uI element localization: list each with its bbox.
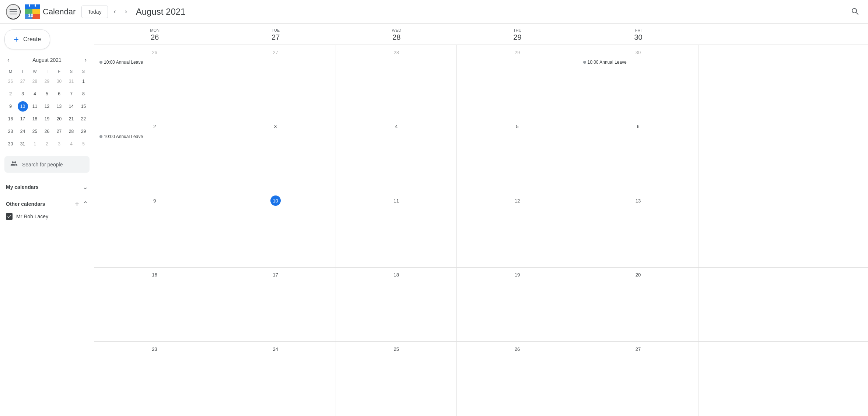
cal-cell[interactable]: 10 bbox=[215, 193, 336, 267]
cal-cell[interactable]: 24 bbox=[215, 342, 336, 416]
cell-date[interactable]: 27 bbox=[270, 47, 281, 57]
mini-cal-cell[interactable]: 4 bbox=[29, 88, 41, 100]
cell-date[interactable]: 17 bbox=[270, 270, 281, 280]
search-people[interactable]: Search for people bbox=[4, 156, 90, 173]
cell-date[interactable]: 2 bbox=[150, 121, 160, 132]
cal-cell[interactable]: 25 bbox=[336, 342, 457, 416]
today-button[interactable]: Today bbox=[81, 6, 108, 18]
cell-date[interactable]: 28 bbox=[391, 47, 402, 57]
create-button[interactable]: + Create bbox=[4, 29, 50, 49]
cal-cell[interactable]: 23 bbox=[94, 342, 215, 416]
mini-cal-cell[interactable]: 5 bbox=[41, 88, 53, 100]
cell-date[interactable]: 13 bbox=[633, 195, 643, 206]
cal-cell[interactable]: 27 bbox=[578, 342, 699, 416]
cal-cell[interactable] bbox=[699, 268, 784, 342]
cal-cell[interactable]: 16 bbox=[94, 268, 215, 342]
mini-cal-cell[interactable]: 3 bbox=[17, 88, 29, 100]
mini-cal-cell[interactable]: 18 bbox=[29, 113, 41, 125]
cell-date[interactable]: 19 bbox=[512, 270, 522, 280]
search-button[interactable] bbox=[847, 4, 862, 20]
cell-date[interactable]: 9 bbox=[150, 195, 160, 206]
mini-cal-cell[interactable]: 27 bbox=[17, 75, 29, 88]
other-calendar-item-rob-lacey[interactable]: Mr Rob Lacey bbox=[4, 211, 90, 222]
mini-cal-cell[interactable]: 11 bbox=[29, 100, 41, 113]
cal-cell[interactable] bbox=[783, 45, 868, 119]
cal-cell[interactable]: 19 bbox=[457, 268, 578, 342]
mini-cal-cell[interactable]: 13 bbox=[53, 100, 65, 113]
mini-cal-cell[interactable]: 25 bbox=[29, 125, 41, 138]
cal-cell[interactable]: 13 bbox=[578, 193, 699, 267]
cell-date[interactable]: 10 bbox=[270, 195, 281, 206]
mini-cal-cell[interactable]: 1 bbox=[29, 138, 41, 150]
mini-cal-cell[interactable]: 30 bbox=[4, 138, 17, 150]
cal-cell[interactable]: 3010:00 Annual Leave bbox=[578, 45, 699, 119]
rob-lacey-checkbox[interactable] bbox=[6, 213, 13, 220]
mini-cal-cell[interactable]: 8 bbox=[77, 88, 90, 100]
event-chip[interactable]: 10:00 Annual Leave bbox=[97, 59, 212, 66]
cal-cell[interactable]: 20 bbox=[578, 268, 699, 342]
mini-cal-cell[interactable]: 15 bbox=[77, 100, 90, 113]
cal-cell[interactable] bbox=[783, 193, 868, 267]
cal-cell[interactable]: 6 bbox=[578, 119, 699, 193]
mini-cal-cell[interactable]: 2 bbox=[41, 138, 53, 150]
mini-cal-cell[interactable]: 22 bbox=[77, 113, 90, 125]
add-other-calendar-button[interactable] bbox=[73, 200, 81, 208]
next-month-button[interactable]: › bbox=[122, 5, 130, 18]
mini-cal-cell[interactable]: 20 bbox=[53, 113, 65, 125]
mini-cal-cell[interactable]: 27 bbox=[53, 125, 65, 138]
mini-cal-cell[interactable]: 7 bbox=[65, 88, 77, 100]
cal-cell[interactable] bbox=[699, 45, 784, 119]
cal-cell[interactable]: 2610:00 Annual Leave bbox=[94, 45, 215, 119]
mini-cal-cell[interactable]: 28 bbox=[65, 125, 77, 138]
mini-cal-cell[interactable]: 2 bbox=[4, 88, 17, 100]
cal-cell[interactable]: 210:00 Annual Leave bbox=[94, 119, 215, 193]
cal-cell[interactable] bbox=[699, 342, 784, 416]
mini-cal-cell[interactable]: 31 bbox=[17, 138, 29, 150]
cal-cell[interactable]: 11 bbox=[336, 193, 457, 267]
cal-cell[interactable]: 26 bbox=[457, 342, 578, 416]
cal-cell[interactable] bbox=[699, 193, 784, 267]
cal-cell[interactable]: 17 bbox=[215, 268, 336, 342]
mini-cal-cell[interactable]: 1 bbox=[77, 75, 90, 88]
mini-cal-cell[interactable]: 19 bbox=[41, 113, 53, 125]
cell-date[interactable]: 27 bbox=[633, 344, 643, 354]
mini-cal-cell[interactable]: 14 bbox=[65, 100, 77, 113]
cell-date[interactable]: 12 bbox=[512, 195, 522, 206]
mini-cal-cell[interactable]: 24 bbox=[17, 125, 29, 138]
cal-cell[interactable] bbox=[783, 342, 868, 416]
my-calendars-header[interactable]: My calendars ⌄ bbox=[4, 180, 90, 194]
mini-cal-cell[interactable]: 28 bbox=[29, 75, 41, 88]
cell-date[interactable]: 16 bbox=[150, 270, 160, 280]
cell-date[interactable]: 11 bbox=[391, 195, 402, 206]
prev-month-button[interactable]: ‹ bbox=[111, 5, 119, 18]
mini-cal-cell[interactable]: 3 bbox=[53, 138, 65, 150]
mini-cal-cell[interactable]: 23 bbox=[4, 125, 17, 138]
cell-date[interactable]: 26 bbox=[512, 344, 522, 354]
mini-cal-prev[interactable]: ‹ bbox=[6, 55, 11, 65]
cal-cell[interactable]: 3 bbox=[215, 119, 336, 193]
mini-cal-cell[interactable]: 6 bbox=[53, 88, 65, 100]
cal-cell[interactable] bbox=[783, 119, 868, 193]
mini-cal-next[interactable]: › bbox=[83, 55, 88, 65]
mini-cal-cell[interactable]: 12 bbox=[41, 100, 53, 113]
event-chip[interactable]: 10:00 Annual Leave bbox=[97, 133, 212, 140]
cal-cell[interactable]: 28 bbox=[336, 45, 457, 119]
cal-cell[interactable] bbox=[783, 268, 868, 342]
mini-cal-cell[interactable]: 16 bbox=[4, 113, 17, 125]
cell-date[interactable]: 5 bbox=[512, 121, 522, 132]
mini-cal-cell[interactable]: 9 bbox=[4, 100, 17, 113]
cell-date[interactable]: 30 bbox=[633, 47, 643, 57]
cell-date[interactable]: 3 bbox=[270, 121, 281, 132]
cal-cell[interactable]: 5 bbox=[457, 119, 578, 193]
cell-date[interactable]: 18 bbox=[391, 270, 402, 280]
cal-cell[interactable]: 9 bbox=[94, 193, 215, 267]
mini-cal-cell[interactable]: 10 bbox=[17, 100, 29, 113]
cell-date[interactable]: 6 bbox=[633, 121, 643, 132]
mini-cal-cell[interactable]: 30 bbox=[53, 75, 65, 88]
cal-cell[interactable]: 4 bbox=[336, 119, 457, 193]
other-calendars-header[interactable]: Other calendars ⌃ bbox=[4, 197, 90, 211]
mini-cal-cell[interactable]: 5 bbox=[77, 138, 90, 150]
menu-icon-button[interactable] bbox=[6, 4, 21, 20]
mini-cal-cell[interactable]: 26 bbox=[41, 125, 53, 138]
mini-cal-cell[interactable]: 31 bbox=[65, 75, 77, 88]
